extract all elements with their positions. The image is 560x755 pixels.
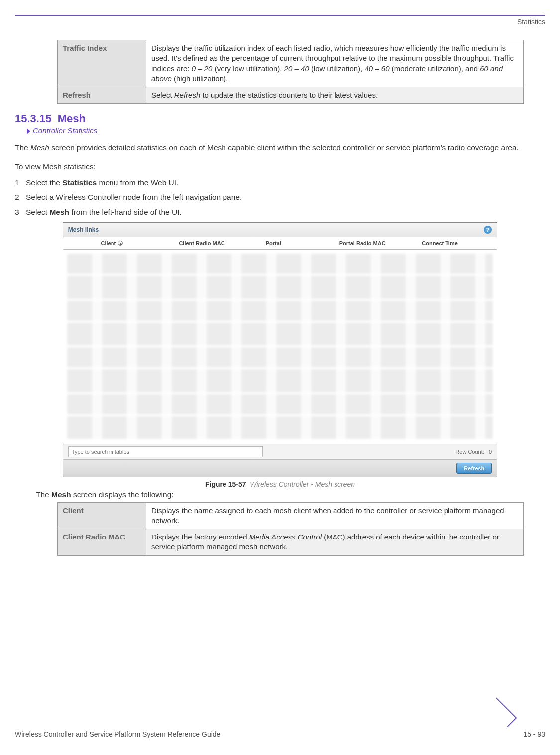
lead-paragraph: To view Mesh statistics: bbox=[15, 161, 545, 172]
figure-wrapper: Mesh links ? Client Client Radio MAC Por… bbox=[63, 222, 497, 488]
figure-caption-text: Wireless Controller - Mesh screen bbox=[250, 480, 355, 488]
definition-description: Displays the factory encoded Media Acces… bbox=[146, 529, 523, 556]
step-number: 3 bbox=[15, 207, 26, 217]
definitions-table-top: Traffic IndexDisplays the traffic utiliz… bbox=[57, 40, 524, 104]
definition-label: Client bbox=[58, 502, 146, 529]
table-row bbox=[67, 254, 493, 274]
doc-title: Wireless Controller and Service Platform… bbox=[15, 730, 220, 738]
table-header-row: Client Client Radio MAC Portal Portal Ra… bbox=[63, 237, 497, 250]
col-client-radio-mac[interactable]: Client Radio MAC bbox=[176, 240, 262, 246]
definition-description: Displays the traffic utilization index o… bbox=[146, 40, 523, 87]
table-row bbox=[67, 416, 493, 439]
step-item: 2Select a Wireless Controller node from … bbox=[15, 192, 545, 203]
definition-label: Refresh bbox=[58, 87, 146, 104]
row-count-value: 0 bbox=[489, 449, 492, 455]
step-number: 1 bbox=[15, 177, 26, 188]
section-number: 15.3.15 bbox=[15, 112, 51, 125]
col-client[interactable]: Client bbox=[98, 240, 176, 246]
subref-text: Controller Statistics bbox=[33, 126, 97, 135]
below-figure-text: The Mesh screen displays the following: bbox=[36, 490, 545, 499]
panel-titlebar: Mesh links ? bbox=[63, 223, 497, 237]
sort-asc-icon[interactable] bbox=[118, 241, 123, 246]
figure-caption-label: Figure 15-57 bbox=[205, 480, 246, 488]
row-count-label: Row Count: bbox=[455, 449, 484, 455]
definition-label: Client Radio MAC bbox=[58, 529, 146, 556]
col-client-label: Client bbox=[101, 240, 116, 246]
step-item: 1Select the Statistics menu from the Web… bbox=[15, 177, 545, 188]
arrow-icon: ▶ bbox=[27, 126, 30, 135]
header-section-label: Statistics bbox=[15, 16, 545, 40]
checkmark-icon bbox=[497, 717, 518, 738]
definition-label: Traffic Index bbox=[58, 40, 146, 87]
table-row bbox=[67, 301, 493, 321]
search-input[interactable] bbox=[68, 446, 263, 457]
table-body-empty bbox=[63, 250, 497, 444]
section-heading: 15.3.15 Mesh bbox=[15, 112, 545, 125]
col-portal-radio-mac[interactable]: Portal Radio MAC bbox=[336, 240, 419, 246]
col-connect-time[interactable]: Connect Time bbox=[419, 240, 497, 246]
definition-description: Select Refresh to update the statistics … bbox=[146, 87, 523, 104]
table-row bbox=[67, 276, 493, 299]
steps-list: 1Select the Statistics menu from the Web… bbox=[15, 177, 545, 217]
definitions-table-bottom: ClientDisplays the name assigned to each… bbox=[57, 502, 524, 556]
row-count: Row Count: 0 bbox=[455, 449, 492, 455]
intro-paragraph: The Mesh screen provides detailed statis… bbox=[15, 142, 545, 153]
col-portal[interactable]: Portal bbox=[263, 240, 336, 246]
step-item: 3Select Mesh from the left-hand side of … bbox=[15, 207, 545, 217]
section-subref: ▶Controller Statistics bbox=[26, 126, 545, 135]
table-row bbox=[67, 369, 493, 392]
panel-title: Mesh links bbox=[68, 226, 99, 233]
mesh-links-panel: Mesh links ? Client Client Radio MAC Por… bbox=[63, 222, 497, 477]
section-title: Mesh bbox=[58, 112, 86, 125]
table-row bbox=[67, 347, 493, 367]
table-row bbox=[67, 323, 493, 345]
step-number: 2 bbox=[15, 192, 26, 203]
page-footer: Wireless Controller and Service Platform… bbox=[15, 717, 545, 738]
refresh-button[interactable]: Refresh bbox=[456, 463, 492, 474]
help-icon[interactable]: ? bbox=[484, 226, 492, 234]
table-footer-search-row: Row Count: 0 bbox=[63, 444, 497, 459]
table-footer-button-row: Refresh bbox=[63, 459, 497, 477]
definition-description: Displays the name assigned to each mesh … bbox=[146, 502, 523, 529]
page-number: 15 - 93 bbox=[523, 730, 545, 738]
figure-caption: Figure 15-57 Wireless Controller - Mesh … bbox=[63, 480, 497, 488]
table-row bbox=[67, 394, 493, 414]
